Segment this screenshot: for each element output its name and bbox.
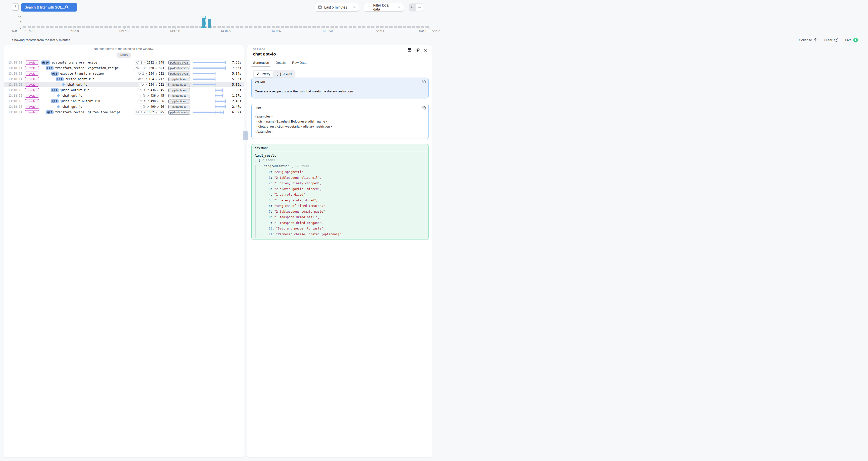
list-view-button[interactable] — [416, 4, 423, 11]
expand-toggle[interactable]: 1 — [51, 99, 59, 103]
activity-histogram[interactable]: 0510Mar 31. 13:15:5213:16:2913:17:0713:1… — [0, 14, 434, 35]
duration-bar — [193, 79, 215, 80]
trace-row[interactable]: 13:18:11evals1recipe_agent runΣ↗104↙212p… — [4, 76, 244, 82]
span-name: chat gpt-4o — [62, 105, 82, 109]
output-tokens-value: 66 — [160, 99, 164, 103]
tab-raw-data[interactable]: Raw Data — [292, 61, 306, 67]
package-tag[interactable]: pydantic-evals — [168, 110, 190, 115]
x-axis-tick — [379, 28, 379, 29]
evals-level-badge[interactable]: evals — [25, 94, 39, 98]
trace-row[interactable]: 13:18:11evalschat gpt-4o↗104↙212pydantic… — [4, 82, 244, 87]
close-icon[interactable] — [424, 48, 428, 53]
search-button[interactable]: Search & filter with SQL... — [21, 3, 78, 11]
evals-level-badge[interactable]: evals — [25, 88, 39, 92]
input-tokens-arrow-icon: ↗ — [145, 78, 148, 81]
span-name: judge_input_output run — [60, 99, 100, 103]
evals-level-badge[interactable]: evals — [25, 99, 39, 103]
histogram-bar[interactable] — [208, 19, 211, 28]
trace-row[interactable]: 13:18:11evals7transform_recipe: vegetari… — [4, 65, 244, 71]
evals-level-badge[interactable]: evals — [25, 83, 39, 87]
trace-row[interactable]: 13:18:11evals16evaluate transform_recipe… — [4, 60, 244, 65]
duration-bar-track — [193, 93, 226, 98]
output-tokens-value: 323 — [159, 66, 164, 70]
input-tokens-arrow-icon: ↗ — [145, 83, 148, 86]
package-tag[interactable]: pydantic-ai — [168, 94, 190, 98]
token-counts-badge: Σ↗490↙66 — [137, 99, 166, 103]
tree-guide-line — [48, 93, 48, 98]
trace-row[interactable]: 13:18:16evalschat gpt-4o↗490↙66pydantic-… — [4, 104, 244, 110]
tokens-coin-icon — [140, 88, 143, 92]
trace-row[interactable]: 13:18:11evals7transform_recipe: gluten_f… — [4, 110, 244, 115]
evals-level-badge[interactable]: evals — [25, 61, 39, 64]
package-tag[interactable]: pydantic-ai — [168, 105, 190, 109]
expand-toggle[interactable]: 16 — [41, 61, 50, 64]
evals-level-badge[interactable]: evals — [25, 105, 39, 109]
json-toggle-button[interactable]: { } JSON — [273, 70, 294, 77]
trace-row[interactable]: 13:18:16evals1judge_output runΣ↗436↙45py… — [4, 87, 244, 93]
copy-icon[interactable] — [423, 80, 426, 84]
row-tree-area: 16evaluate transform_recipe — [39, 60, 134, 65]
time-range-button[interactable]: Last 5 minutes — [315, 3, 359, 11]
tab-generation[interactable]: Generation — [253, 61, 269, 67]
evals-level-badge[interactable]: evals — [25, 71, 39, 75]
evals-level-badge[interactable]: evals — [25, 110, 39, 114]
token-counts-badge: ↗436↙45 — [141, 94, 166, 98]
tokens-coin-icon — [136, 111, 139, 114]
collapse-minus-icon — [53, 100, 55, 102]
sigma-icon: Σ — [144, 89, 146, 92]
expand-toggle[interactable]: 1 — [56, 77, 64, 81]
y-axis-tick-label: 10 — [13, 16, 21, 19]
tokens-coin-icon — [138, 72, 141, 75]
output-tokens-value: 45 — [160, 88, 164, 92]
y-axis-line — [23, 16, 23, 28]
detail-tabs: Generation Details Raw Data — [247, 61, 432, 67]
x-axis-tick-label: 13:16:29 — [68, 29, 79, 32]
package-tag[interactable]: pydantic-evals — [168, 71, 190, 76]
expand-toggle[interactable]: 1 — [51, 88, 59, 92]
duration-bar-cap — [193, 78, 193, 81]
output-tokens-value: 45 — [160, 94, 164, 97]
duration-bar-cap — [193, 111, 193, 114]
duration-bar — [215, 101, 226, 102]
chevron-down-icon — [352, 5, 355, 9]
span-name: judge_output run — [60, 88, 89, 92]
package-tag[interactable]: pydantic-evals — [168, 61, 190, 65]
tab-details[interactable]: Details — [276, 61, 285, 67]
output-tokens-value: 212 — [159, 72, 164, 75]
expand-toggle[interactable]: 7 — [46, 110, 54, 114]
filter-label: Filter local data — [373, 3, 395, 11]
x-axis-tick — [175, 28, 176, 29]
evals-level-badge[interactable]: evals — [25, 66, 39, 70]
filter-local-data-button[interactable]: Filter local data — [364, 3, 404, 11]
duration-bar-track — [193, 99, 226, 103]
tree-guide-line — [53, 76, 53, 82]
row-tree-area: 1recipe_agent run — [39, 76, 135, 82]
span-name: chat gpt-4o — [67, 83, 87, 86]
output-tokens-arrow-icon: ↙ — [155, 111, 157, 114]
package-tag[interactable]: pydantic-ai — [168, 99, 190, 103]
assistant-json-tree: final_result ⌄ { 2 items⌄ "ingredients":… — [252, 152, 429, 230]
expand-toggle[interactable]: 7 — [46, 66, 54, 70]
package-tag[interactable]: pydantic-ai — [168, 77, 190, 81]
input-tokens-value: 104 — [149, 77, 154, 81]
sigma-icon: Σ — [141, 66, 142, 70]
copy-icon[interactable] — [423, 106, 426, 111]
system-message-content: Generate a recipe to cook the dish that … — [252, 85, 429, 98]
panel-resize-handle[interactable]: ⠿ — [243, 131, 248, 140]
pretty-toggle-button[interactable]: Pretty — [254, 70, 273, 77]
x-axis-tick-label: 13:17:44 — [170, 29, 181, 32]
package-tag[interactable]: pydantic-ai — [168, 88, 190, 92]
trace-row[interactable]: 13:18:11evals2execute transform_recipeΣ↗… — [4, 71, 244, 76]
expand-toggle[interactable]: 2 — [51, 71, 59, 75]
token-counts-badge: Σ↗2112↙648 — [134, 61, 166, 65]
package-tag[interactable]: pydantic-evals — [168, 66, 190, 70]
trace-row[interactable]: 13:18:16evalschat gpt-4o↗436↙45pydantic-… — [4, 93, 244, 98]
dock-panel-icon[interactable] — [407, 48, 412, 53]
output-tokens-value: 325 — [159, 111, 164, 114]
tree-view-button[interactable] — [409, 4, 416, 11]
span-name: recipe_agent run — [65, 77, 94, 81]
package-tag[interactable]: pydantic-ai — [168, 83, 190, 87]
evals-level-badge[interactable]: evals — [25, 77, 39, 81]
copy-link-icon[interactable] — [415, 48, 420, 53]
trace-row[interactable]: 13:18:16evals1judge_input_output runΣ↗49… — [4, 98, 244, 104]
